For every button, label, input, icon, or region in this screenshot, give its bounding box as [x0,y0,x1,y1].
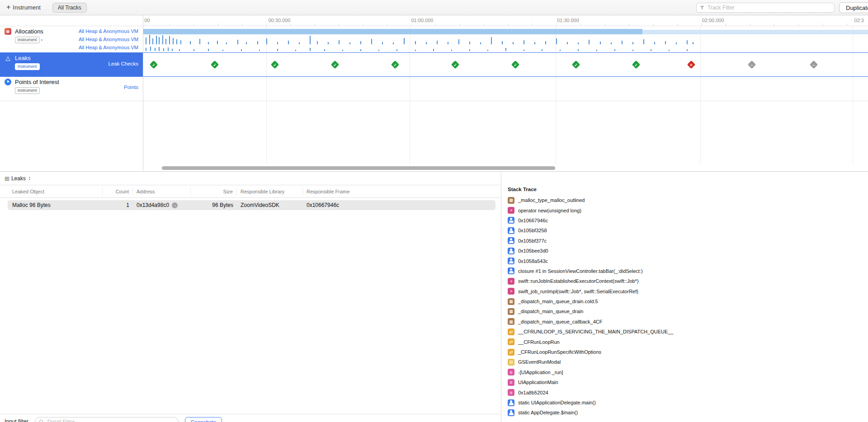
allocations-lane1 [143,27,868,34]
stack-trace-pane: Stack Trace _malloc_type_malloc_outlined… [501,172,868,422]
instrument-badge[interactable]: Instrument [15,37,40,43]
allocation-bar [288,41,289,44]
column-header-address[interactable]: Address [133,188,191,195]
track-filter-input[interactable] [707,4,831,11]
stack-frame[interactable]: __CFRUNLOOP_IS_SERVICING_THE_MAIN_DISPAT… [501,327,868,337]
uikit-frame-icon [508,389,514,396]
allocation-bar [190,41,191,44]
stack-frame[interactable]: -[UIApplication _run] [501,367,868,377]
horizontal-scrollbar-thumb[interactable] [162,166,555,170]
column-header-responsible-frame[interactable]: Responsible Frame [303,188,501,195]
track-filter-field[interactable] [696,3,835,13]
column-header-count[interactable]: Count [103,188,133,195]
lane-label-heap-3[interactable]: All Heap & Anonymous VM [79,43,138,52]
column-header-size[interactable]: Size [191,188,237,195]
cf-frame-icon [508,338,514,345]
allocation-bar [687,49,688,51]
gs-frame-icon [508,359,514,366]
leak-check-pending-icon[interactable]: – [748,61,756,69]
allocation-bar [310,48,311,52]
detail-filter-input[interactable] [47,418,175,422]
user-frame-icon [508,227,514,234]
stack-frame[interactable]: UIApplicationMain [501,377,868,387]
leak-check-ok-icon[interactable]: ✓ [271,61,279,69]
stack-frame[interactable]: 0x1a8b52024 [501,387,868,397]
column-header-leaked-object[interactable]: Leaked Object [0,188,103,195]
stack-frame[interactable]: closure #1 in SessionViewController.tabB… [501,266,868,276]
user-frame-icon [508,267,514,274]
leak-check-ok-icon[interactable]: ✓ [632,61,640,69]
stack-frame[interactable]: 0x1058a543c [501,256,868,266]
detail-view-selector[interactable]: Leaks [11,175,26,182]
leak-check-ok-icon[interactable]: ✓ [571,61,580,69]
stack-frame[interactable]: _dispatch_main_queue_drain.cold.5 [501,296,868,306]
stack-frame[interactable]: 0x105bee3d0 [501,246,868,256]
allocations-instrument-icon [5,28,11,35]
detail-filter-field[interactable] [35,417,179,422]
stack-frame[interactable]: operator new(unsigned long) [501,205,868,215]
allocation-bar [342,50,343,51]
ruler-label: 01:00.000 [411,18,433,23]
horizontal-scrollbar[interactable] [143,166,868,170]
allocation-bar [622,41,623,44]
points-of-interest-instrument-icon [5,79,11,85]
snapshots-button[interactable]: Snapshots [185,417,222,422]
leak-check-ok-icon[interactable]: ✓ [331,61,339,69]
duplicate-button[interactable]: Duplicate [839,2,868,13]
instrument-badge[interactable]: Instrument [15,87,40,94]
goto-arrow-icon[interactable] [172,202,178,208]
leak-check-ok-icon[interactable]: ✓ [211,61,219,69]
column-header-responsible-library[interactable]: Responsible Library [237,188,303,195]
allocations-graph [143,26,868,52]
stack-frame[interactable]: 0x10667946c [501,216,868,225]
timeline-ruler[interactable]: 0000:30.00001:00.00001:30.00002:00.00002… [143,15,868,26]
allocation-bar [150,47,151,52]
allocation-bar [168,47,169,51]
stack-frame[interactable]: swift::runJobInEstablishedExecutorContex… [501,276,868,286]
leak-check-ok-icon[interactable]: ✓ [150,61,158,69]
add-instrument-button[interactable]: Instrument [6,4,41,11]
stack-frame[interactable]: 0x105bf377c [501,236,868,246]
user-frame-icon [508,217,514,224]
stack-frame[interactable]: _malloc_type_malloc_outlined [501,195,868,205]
allocation-bar [502,41,503,44]
allocation-bar [257,41,258,44]
stack-frame[interactable]: _dispatch_main_queue_drain [501,306,868,316]
allocation-bar [687,40,688,44]
leak-check-ok-icon[interactable]: ✓ [511,61,519,69]
toolbar: Instrument All Tracks Duplicate [0,0,868,15]
leak-check-ok-icon[interactable]: ✓ [391,61,399,69]
allocation-bar [371,39,372,44]
allocation-bar [146,38,146,44]
leak-check-ok-icon[interactable]: ✓ [451,61,459,69]
detail-jump-bar: Leaks [0,172,501,185]
leak-check-error-icon[interactable]: × [687,61,695,69]
lane-label-heap-2[interactable]: All Heap & Anonymous VM [79,35,138,43]
stack-frame[interactable]: static UIApplicationDelegate.main() [501,398,868,408]
stack-frame[interactable]: __CFRunLoopRun [501,337,868,347]
track-row-leaks[interactable]: ✓✓✓✓✓✓✓✓✓×–– Leaks Instrument Leak Check… [0,52,868,77]
allocation-bar [180,40,181,44]
instrument-badge[interactable]: Instrument [15,63,40,70]
stack-frame[interactable]: 0x105bf3258 [501,225,868,235]
user-frame-icon [508,248,514,254]
allocation-bar [451,50,452,51]
stack-frame[interactable]: _CFRunLoopRunSpecificWithOptions [501,347,868,357]
allocation-bar [415,41,416,44]
stack-frame[interactable]: static AppDelegate.$main() [501,408,868,417]
all-tracks-button[interactable]: All Tracks [52,3,87,13]
allocation-bar [665,41,666,44]
track-row-allocations[interactable]: Allocations Instrument ▾ All Heap & Anon… [0,26,868,52]
allocation-bar [324,49,325,51]
selector-chevrons-icon[interactable] [28,176,31,181]
table-row[interactable]: Malloc 96 Bytes 1 0x13d4a98c0 96 Bytes Z… [8,200,495,210]
stack-frame[interactable]: GSEventRunModal [501,357,868,367]
allocation-bar [176,39,177,44]
leaks-instrument-icon [5,55,11,61]
track-row-points-of-interest[interactable]: Points of Interest Instrument Points [0,77,868,101]
stack-frame[interactable]: _dispatch_main_queue_callback_4CF [501,317,868,327]
stack-frame[interactable]: swift_job_runImpl(swift::Job*, swift::Se… [501,286,868,296]
leak-check-pending-icon[interactable]: – [809,61,817,69]
allocation-bar [159,47,160,51]
lane-label-heap-1[interactable]: All Heap & Anonymous VM [79,27,138,35]
